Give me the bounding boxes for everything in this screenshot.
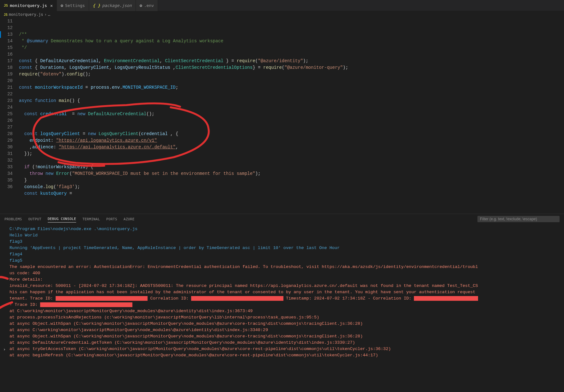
console-error-line: tenant. Trace ID: 90ee7b0d-0cc7-4042-a1a… <box>9 295 557 302</box>
panel-tab-bar: PROBLEMS OUTPUT DEBUG CONSOLE TERMINAL P… <box>0 214 564 224</box>
bottom-panel: PROBLEMS OUTPUT DEBUG CONSOLE TERMINAL P… <box>0 214 564 360</box>
breadcrumb[interactable]: JS monitorquery.js › … <box>0 11 564 18</box>
panel-filter <box>477 216 560 222</box>
breadcrumb-file: monitorquery.js <box>9 12 43 17</box>
close-icon[interactable]: × <box>50 3 53 8</box>
console-error-line: invalid_resource: 500011 - [2024-07-02 1… <box>9 283 557 289</box>
console-stack-line: at async tryGetAccessToken (C:\working\m… <box>9 346 557 352</box>
console-error-line: his can happen if the application has no… <box>9 289 557 295</box>
console-line: flag3 <box>9 239 557 245</box>
panel-tab-terminal[interactable]: TERMINAL <box>82 217 100 221</box>
tab-label: monitorquery.js <box>10 3 47 8</box>
tab-env[interactable]: ⚙ .env <box>136 0 158 11</box>
code-editor[interactable]: 11 12 13 14 15 16 17 18 19 20 21 22 23 2… <box>0 18 564 214</box>
filter-input[interactable] <box>477 216 560 222</box>
console-error-line: More details: <box>9 276 557 283</box>
console-stack-line: at process.processTicksAndRejections (c:… <box>9 314 557 321</box>
console-line: C:\Program Files\nodejs\node.exe .\monit… <box>9 226 557 232</box>
tab-label: package.json <box>102 3 132 8</box>
js-icon: JS <box>4 3 8 8</box>
js-icon: JS <box>4 13 8 16</box>
tab-settings[interactable]: ⚙ Settings <box>57 0 89 11</box>
code-content[interactable]: /** * @summary Demonstrates how to run a… <box>19 18 564 214</box>
tab-label: Settings <box>65 3 85 8</box>
json-icon: { } <box>93 3 100 8</box>
console-line: flag4 <box>9 251 557 258</box>
console-error-line: The sample encountered an error: Authent… <box>9 264 557 270</box>
console-stack-line: at C:\working\monitor\javascriptMonitorQ… <box>9 308 557 314</box>
console-stack-line: at async DefaultAzureCredential.getToken… <box>9 340 557 346</box>
panel-tab-debugconsole[interactable]: DEBUG CONSOLE <box>48 217 76 223</box>
console-error-line: - Trace ID: 90ee7b0d-0cc7-4042-a1ab-e7e4… <box>9 302 557 308</box>
panel-tab-ports[interactable]: PORTS <box>106 217 117 221</box>
tab-label: .env <box>144 3 154 8</box>
panel-tab-azure[interactable]: AZURE <box>124 217 135 221</box>
tab-monitorquery[interactable]: JS monitorquery.js × <box>0 0 57 11</box>
panel-tab-problems[interactable]: PROBLEMS <box>4 217 22 221</box>
breadcrumb-more: … <box>48 12 50 17</box>
gear-icon: ⚙ <box>140 3 142 8</box>
editor-tab-bar: JS monitorquery.js × ⚙ Settings { } pack… <box>0 0 564 11</box>
console-line: Running 'AppEvents | project TimeGenerat… <box>9 245 557 251</box>
console-stack-line: at async C:\working\monitor\javascriptMo… <box>9 327 557 333</box>
chevron-right-icon: › <box>44 12 46 17</box>
console-stack-line: at async beginRefresh (C:\working\monito… <box>9 352 557 359</box>
chevron-right-icon[interactable]: › <box>3 347 6 353</box>
console-line: flag5 <box>9 258 557 264</box>
annotation-arrow <box>0 273 11 286</box>
active-line-indicator <box>0 31 1 38</box>
tab-packagejson[interactable]: { } package.json <box>89 0 136 11</box>
console-line: Hello World <box>9 232 557 239</box>
console-stack-line: at async Object.withSpan (C:\working\mon… <box>9 333 557 340</box>
debug-console-output[interactable]: C:\Program Files\nodejs\node.exe .\monit… <box>0 224 564 360</box>
console-stack-line: at async Object.withSpan (C:\working\mon… <box>9 321 557 327</box>
console-error-line: us code: 400 <box>9 270 557 276</box>
panel-tab-output[interactable]: OUTPUT <box>28 217 41 221</box>
gear-icon: ⚙ <box>61 3 63 8</box>
line-number-gutter: 11 12 13 14 15 16 17 18 19 20 21 22 23 2… <box>0 18 19 214</box>
